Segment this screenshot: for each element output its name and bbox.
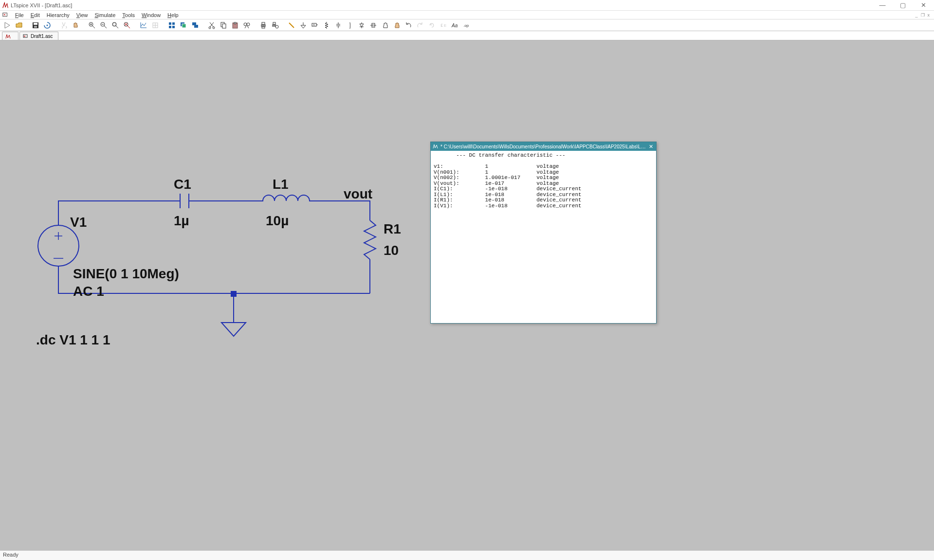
- waveform-icon: [5, 34, 11, 39]
- svg-rect-31: [273, 22, 275, 24]
- close-button[interactable]: ✕: [917, 1, 929, 9]
- schematic-icon: [23, 34, 29, 39]
- cut-run-button[interactable]: [58, 20, 69, 30]
- rotate-button[interactable]: E: [426, 20, 437, 30]
- log-title-bar[interactable]: * C:\Users\willl\Documents\WillsDocument…: [431, 142, 656, 151]
- log-close-button[interactable]: ✕: [647, 144, 654, 150]
- pan-button[interactable]: [70, 20, 81, 30]
- svg-text:D: D: [372, 24, 375, 27]
- menu-view[interactable]: View: [73, 12, 92, 18]
- zoom-out-button[interactable]: [98, 20, 109, 30]
- log-body: --- DC transfer characteristic --- v1: 1…: [431, 151, 656, 211]
- zoom-back-button[interactable]: [122, 20, 132, 30]
- text-button[interactable]: Aa: [450, 20, 460, 30]
- mdi-close[interactable]: x: [926, 13, 932, 18]
- move-button[interactable]: [380, 20, 390, 30]
- find-button[interactable]: [241, 20, 252, 30]
- canvas-right-area[interactable]: [682, 40, 934, 550]
- window-title: LTspice XVII - [Draft1.asc]: [11, 2, 72, 8]
- undo-button[interactable]: [403, 20, 414, 30]
- svg-rect-16: [182, 24, 186, 28]
- menu-hierarchy[interactable]: Hierarchy: [43, 12, 73, 18]
- diode-button[interactable]: [356, 20, 367, 30]
- capacitor-button[interactable]: [333, 20, 344, 30]
- control-panel-button[interactable]: [42, 20, 53, 30]
- l1-name[interactable]: L1: [273, 177, 289, 192]
- print-button[interactable]: [258, 20, 269, 30]
- menu-file[interactable]: File: [12, 12, 27, 18]
- menu-help[interactable]: Help: [164, 12, 182, 18]
- paste-button[interactable]: [230, 20, 240, 30]
- svg-text:E: E: [444, 23, 446, 28]
- drag-button[interactable]: [391, 20, 402, 30]
- ground-button[interactable]: [298, 20, 309, 30]
- svg-rect-0: [3, 13, 7, 16]
- tile-button[interactable]: [166, 20, 177, 30]
- zoom-in-button[interactable]: [87, 20, 97, 30]
- tab-schematic[interactable]: Draft1.asc: [19, 32, 58, 40]
- r1-value[interactable]: 10: [384, 243, 399, 258]
- inductor-button[interactable]: [345, 20, 355, 30]
- menu-tools[interactable]: Tools: [119, 12, 138, 18]
- draw-wire-button[interactable]: [286, 20, 297, 30]
- spice-directive[interactable]: .dc V1 1 1 1: [36, 332, 110, 348]
- svg-rect-3: [34, 26, 37, 28]
- svg-point-4: [47, 24, 48, 26]
- svg-text:Ɛ: Ɛ: [440, 23, 443, 28]
- tab-waveform[interactable]: [2, 32, 18, 40]
- close-all-button[interactable]: [190, 20, 201, 30]
- mdi-icon: [2, 12, 9, 18]
- run-button[interactable]: [2, 20, 13, 30]
- svg-rect-29: [262, 27, 265, 28]
- log-title-text: * C:\Users\willl\Documents\WillsDocument…: [440, 144, 647, 149]
- svg-rect-13: [169, 26, 171, 28]
- svg-text:.op: .op: [463, 23, 469, 28]
- copy-button[interactable]: [218, 20, 229, 30]
- print-setup-button[interactable]: [270, 20, 280, 30]
- menu-window[interactable]: Window: [138, 12, 164, 18]
- svg-point-44: [38, 225, 79, 266]
- menu-edit[interactable]: Edit: [27, 12, 43, 18]
- svg-point-26: [247, 23, 250, 26]
- svg-rect-8: [113, 23, 116, 26]
- svg-rect-11: [169, 22, 171, 25]
- resistor-button[interactable]: [321, 20, 332, 30]
- minimize-button[interactable]: —: [877, 1, 888, 9]
- mirror-button[interactable]: ƐE: [438, 20, 449, 30]
- spice-directive-button[interactable]: .op: [461, 20, 472, 30]
- v1-name[interactable]: V1: [70, 215, 87, 230]
- component-button[interactable]: D: [368, 20, 379, 30]
- maximize-button[interactable]: ▢: [897, 1, 909, 9]
- svg-text:A: A: [313, 23, 315, 26]
- log-window[interactable]: * C:\Users\willl\Documents\WillsDocument…: [430, 142, 657, 324]
- svg-rect-2: [34, 23, 37, 25]
- svg-point-25: [244, 23, 247, 26]
- svg-rect-18: [194, 25, 198, 28]
- title-bar: LTspice XVII - [Draft1.asc] — ▢ ✕: [0, 0, 934, 11]
- window-controls: — ▢ ✕: [877, 1, 932, 9]
- c1-name[interactable]: C1: [174, 177, 191, 192]
- zoom-fit-button[interactable]: [110, 20, 121, 30]
- label-net-button[interactable]: A: [310, 20, 320, 30]
- svg-text:Aa: Aa: [451, 23, 458, 28]
- cascade-button[interactable]: [178, 20, 189, 30]
- r1-name[interactable]: R1: [384, 221, 401, 237]
- autorange-button[interactable]: [138, 20, 149, 30]
- mdi-minimize[interactable]: _: [914, 13, 919, 18]
- status-bar: Ready: [0, 550, 934, 560]
- svg-rect-27: [261, 24, 266, 27]
- v1-params[interactable]: SINE(0 1 10Meg): [73, 266, 179, 282]
- cut-button[interactable]: [206, 20, 217, 30]
- v1-ac[interactable]: AC 1: [73, 284, 104, 299]
- redo-button[interactable]: [415, 20, 425, 30]
- svg-rect-14: [172, 26, 175, 28]
- l1-value[interactable]: 10µ: [266, 213, 289, 229]
- log-icon: [433, 144, 439, 149]
- toggle-grid-button[interactable]: [150, 20, 161, 30]
- mdi-restore[interactable]: ❐: [919, 13, 926, 18]
- vout-label[interactable]: vout: [344, 186, 372, 202]
- c1-value[interactable]: 1µ: [174, 213, 189, 229]
- open-button[interactable]: [14, 20, 24, 30]
- save-button[interactable]: [30, 20, 41, 30]
- menu-simulate[interactable]: Simulate: [91, 12, 119, 18]
